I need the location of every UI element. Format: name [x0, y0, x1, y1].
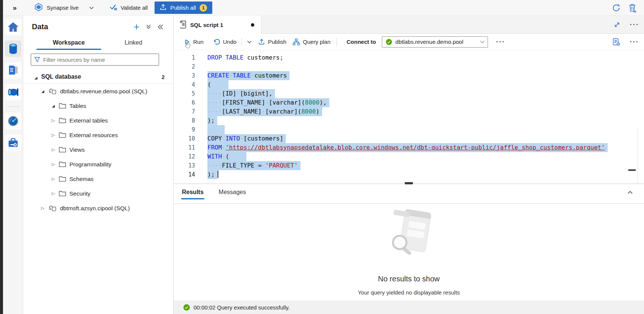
connect-to-dropdown[interactable]: dbtlabs.revenue.demo.pool — [382, 36, 488, 48]
collapse-results-button[interactable] — [627, 191, 633, 194]
filter-funnel-icon — [34, 57, 40, 63]
code-line-1[interactable]: 1DROP TABLE customers; — [174, 53, 644, 62]
double-chevron-down-icon — [146, 24, 151, 29]
line-number: 6 — [174, 98, 195, 107]
expand-arrow-icon[interactable] — [51, 176, 56, 181]
run-options-chevron[interactable] — [247, 40, 252, 43]
line-number: 2 — [174, 62, 195, 71]
code-line-2[interactable]: 2 — [174, 62, 644, 71]
properties-button[interactable] — [612, 38, 620, 46]
folder-icon — [59, 132, 66, 138]
filter-resources-input[interactable] — [43, 57, 156, 63]
expand-diagonal-icon — [614, 21, 620, 28]
discard-all-button[interactable] — [628, 3, 636, 12]
folder-icon — [59, 103, 66, 109]
folder-icon — [59, 176, 66, 182]
code-line-8[interactable]: 8); — [174, 116, 644, 125]
filter-resources-box — [31, 54, 159, 66]
resource-tree: SQL database 2 dbtlabs.revenue.demo.pool… — [23, 70, 173, 215]
tree-item-security[interactable]: Security — [23, 186, 173, 201]
left-rail — [3, 16, 23, 314]
tab-messages[interactable]: Messages — [218, 187, 247, 200]
editor-more-button[interactable] — [630, 39, 638, 45]
folder-icon — [59, 191, 66, 196]
code-line-10[interactable]: 10COPY·INTO·[customers] — [174, 134, 644, 143]
expand-arrow-icon[interactable] — [51, 191, 56, 196]
collapse-arrow-icon[interactable] — [40, 89, 45, 93]
expand-arrow-icon[interactable] — [51, 133, 56, 138]
expand-arrow-icon[interactable] — [51, 118, 56, 123]
tree-section-sql-database[interactable]: SQL database 2 — [23, 70, 173, 84]
tab-sql-script-1[interactable]: SQL script 1 — [174, 16, 261, 34]
tab-more-button[interactable] — [630, 21, 638, 28]
tree-item-programmability[interactable]: Programmability — [23, 157, 173, 172]
scrollbar-gutter — [638, 127, 638, 184]
collapse-panel-button[interactable] — [158, 24, 164, 30]
mode-selector[interactable]: Synapse live — [34, 3, 94, 13]
tab-title: SQL script 1 — [190, 22, 223, 28]
line-number: 13 — [174, 161, 195, 170]
collapse-arrow-icon[interactable] — [51, 104, 56, 108]
chevron-down-icon[interactable] — [89, 6, 94, 9]
run-button[interactable]: Run — [184, 39, 204, 45]
code-line-3[interactable]: 3CREATE·TABLE·customers — [174, 71, 644, 80]
expand-arrow-icon[interactable] — [40, 206, 45, 211]
rail-item-develop[interactable] — [5, 62, 21, 79]
tree-item-dbtmsft-azsyn-cipool-sql[interactable]: dbtmsft.azsyn.cipool (SQL) — [23, 201, 173, 215]
tree-item-tables[interactable]: Tables — [23, 99, 173, 113]
code-line-4[interactable]: 4( — [174, 80, 644, 89]
validate-all-button[interactable]: Validate all — [110, 4, 148, 12]
rail-item-integrate[interactable] — [5, 84, 21, 100]
pane-splitter-handle[interactable] — [405, 182, 413, 184]
play-icon — [184, 39, 190, 45]
tree-item-external-tables[interactable]: External tables — [23, 113, 173, 128]
tree-item-schemas[interactable]: Schemas — [23, 172, 173, 186]
rail-item-manage[interactable] — [5, 135, 21, 151]
chevron-down-icon — [480, 40, 485, 43]
query-plan-button[interactable]: Query plan — [293, 39, 330, 45]
code-line-14[interactable]: 14); — [174, 170, 644, 179]
rail-item-monitor[interactable] — [5, 113, 21, 129]
collapse-arrow-icon[interactable] — [35, 74, 38, 80]
tab-results[interactable]: Results — [181, 187, 204, 200]
tree-item-external-resources[interactable]: External resources — [23, 128, 173, 142]
code-line-12[interactable]: 12WITH·( — [174, 152, 644, 161]
publish-all-button[interactable]: Publish all 1 — [155, 1, 212, 14]
tree-item-dbtlabs-revenue-demo-pool-sql[interactable]: dbtlabs.revenue.demo.pool (SQL) — [23, 84, 173, 99]
toolbar-more-button[interactable] — [496, 39, 504, 45]
empty-results-subtitle: Your query yielded no displayable result… — [358, 289, 460, 296]
code-line-6[interactable]: 6····[FIRST_NAME]·[varchar](8000), — [174, 98, 644, 107]
tab-linked[interactable]: Linked — [101, 37, 166, 50]
tree-item-label: dbtmsft.azsyn.cipool (SQL) — [60, 205, 130, 212]
code-line-13[interactable]: 13····FILE_TYPE·=·'PARQUET' — [174, 161, 644, 170]
expand-arrow-icon[interactable] — [51, 147, 56, 152]
expand-rail-icon[interactable]: » — [13, 4, 17, 12]
tree-item-label: External resources — [69, 132, 118, 139]
scrollbar-thumb[interactable] — [628, 169, 636, 171]
expand-editor-button[interactable] — [614, 21, 620, 28]
toolbar-separator — [242, 37, 242, 46]
publish-button[interactable]: Publish — [258, 39, 286, 45]
code-line-7[interactable]: 7····[LAST_NAME]·[varchar](8000) — [174, 107, 644, 116]
document-icon — [8, 65, 18, 76]
rail-item-home[interactable] — [5, 19, 21, 35]
validate-all-label: Validate all — [121, 4, 148, 11]
code-line-5[interactable]: 5····[ID]·[bigint], — [174, 89, 644, 98]
add-resource-button[interactable] — [134, 24, 140, 30]
code-editor[interactable]: 1DROP TABLE customers;23CREATE·TABLE·cus… — [174, 50, 644, 184]
tree-item-views[interactable]: Views — [23, 142, 173, 157]
success-check-icon — [183, 304, 190, 311]
document-tabbar: SQL script 1 — [174, 16, 644, 34]
line-number: 3 — [174, 71, 195, 80]
refresh-button[interactable] — [612, 3, 621, 12]
expand-arrow-icon[interactable] — [51, 162, 56, 167]
undo-button[interactable]: Undo — [213, 39, 237, 45]
results-header: Results Messages — [174, 184, 644, 204]
tab-workspace[interactable]: Workspace — [36, 37, 101, 50]
code-line-9[interactable]: 9 — [174, 125, 644, 134]
folder-icon — [59, 118, 66, 123]
publish-all-label: Publish all — [170, 4, 196, 11]
code-line-11[interactable]: 11FROM·'https://dbtlabsynapsedatalake.bl… — [174, 143, 644, 152]
collapse-all-button[interactable] — [146, 24, 151, 29]
rail-item-data[interactable] — [5, 40, 21, 57]
